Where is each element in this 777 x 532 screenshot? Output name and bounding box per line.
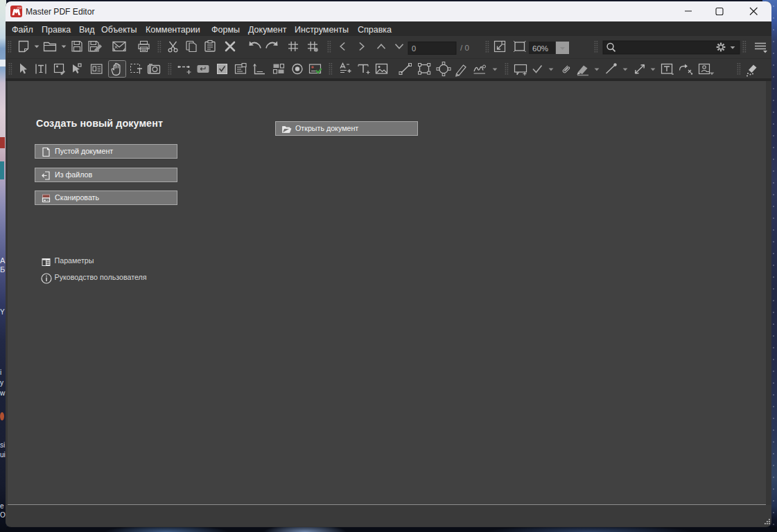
svg-text:0: 0 <box>412 44 416 53</box>
svg-text:/ 0: / 0 <box>460 44 469 52</box>
svg-text:PDF: PDF <box>17 7 22 10</box>
svg-text:60%: 60% <box>532 44 548 53</box>
